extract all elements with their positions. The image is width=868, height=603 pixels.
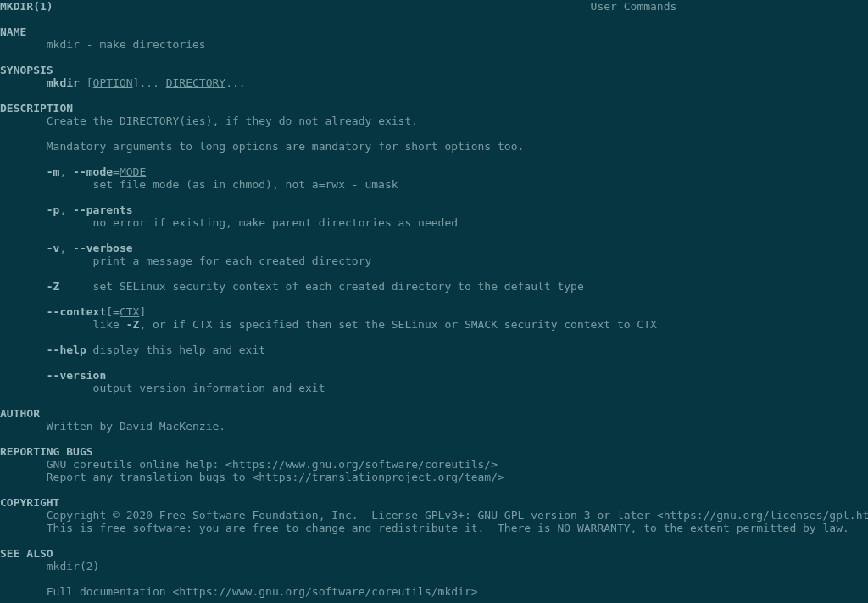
- opt-mode-arg: MODE: [120, 165, 146, 178]
- opt-mode-short: -m: [47, 165, 60, 178]
- opt-verbose-long: --verbose: [73, 242, 132, 254]
- man-page[interactable]: MKDIR(1) User Commands NAME mkdir - make…: [0, 0, 868, 598]
- opt-context-desc-pre: like: [93, 318, 126, 331]
- bugs-line1: GNU coreutils online help: <https://www.…: [47, 458, 498, 471]
- opt-context-close: ]: [139, 305, 146, 318]
- opt-version-desc: output version information and exit: [93, 382, 326, 394]
- desc-intro1: Create the DIRECTORY(ies), if they do no…: [47, 114, 418, 127]
- seealso-line2: Full documentation <https://www.gnu.org/…: [47, 585, 478, 598]
- synopsis-tail: ...: [225, 76, 245, 89]
- opt-help-long: --help: [47, 343, 86, 356]
- opt-verbose-sep: ,: [59, 242, 73, 254]
- copyright-line1: Copyright © 2020 Free Software Foundatio…: [47, 509, 868, 522]
- synopsis-directory: DIRECTORY: [166, 76, 225, 89]
- bugs-line2: Report any translation bugs to <https://…: [47, 471, 504, 483]
- opt-parents-sep: ,: [59, 204, 73, 216]
- opt-context-arg: CTX: [120, 305, 139, 318]
- opt-mode-long: --mode: [73, 165, 113, 178]
- opt-context-desc-post: , or if CTX is specified then set the SE…: [139, 318, 656, 331]
- opt-mode-sep: ,: [59, 165, 73, 178]
- opt-version-long: --version: [47, 369, 106, 382]
- opt-context-open: [=: [106, 305, 120, 318]
- section-heading-bugs: REPORTING BUGS: [0, 445, 93, 458]
- seealso-line1: mkdir(2): [47, 560, 100, 572]
- section-heading-author: AUTHOR: [0, 407, 40, 420]
- section-heading-copyright: COPYRIGHT: [0, 496, 59, 509]
- opt-z-desc: set SELinux security context of each cre…: [93, 280, 584, 293]
- opt-mode-desc: set file mode (as in chmod), not a=rwx -…: [93, 178, 398, 191]
- opt-parents-short: -p: [47, 204, 60, 216]
- opt-verbose-desc: print a message for each created directo…: [93, 254, 372, 267]
- header-left: MKDIR(1): [0, 0, 53, 13]
- synopsis-opt-close: ]...: [133, 76, 166, 89]
- opt-parents-long: --parents: [73, 204, 132, 216]
- synopsis-opt-open: [: [80, 76, 93, 89]
- section-heading-seealso: SEE ALSO: [0, 547, 53, 560]
- section-heading-description: DESCRIPTION: [0, 102, 73, 114]
- opt-context-desc-bold: -Z: [126, 318, 140, 331]
- synopsis-cmd: mkdir: [47, 76, 80, 89]
- synopsis-option: OPTION: [93, 76, 133, 89]
- opt-help-desc: display this help and exit: [86, 343, 265, 356]
- opt-z-short: -Z: [47, 280, 60, 293]
- opt-context-long: --context: [47, 305, 106, 318]
- author-line: Written by David MacKenzie.: [47, 420, 225, 433]
- section-heading-name: NAME: [0, 25, 26, 38]
- copyright-line2: This is free software: you are free to c…: [47, 522, 849, 534]
- section-heading-synopsis: SYNOPSIS: [0, 64, 53, 76]
- desc-intro2: Mandatory arguments to long options are …: [47, 140, 525, 153]
- name-line: mkdir - make directories: [47, 38, 206, 51]
- opt-parents-desc: no error if existing, make parent direct…: [93, 216, 458, 229]
- opt-verbose-short: -v: [47, 242, 60, 254]
- opt-mode-eq: =: [113, 165, 120, 178]
- header-center: User Commands: [591, 0, 677, 13]
